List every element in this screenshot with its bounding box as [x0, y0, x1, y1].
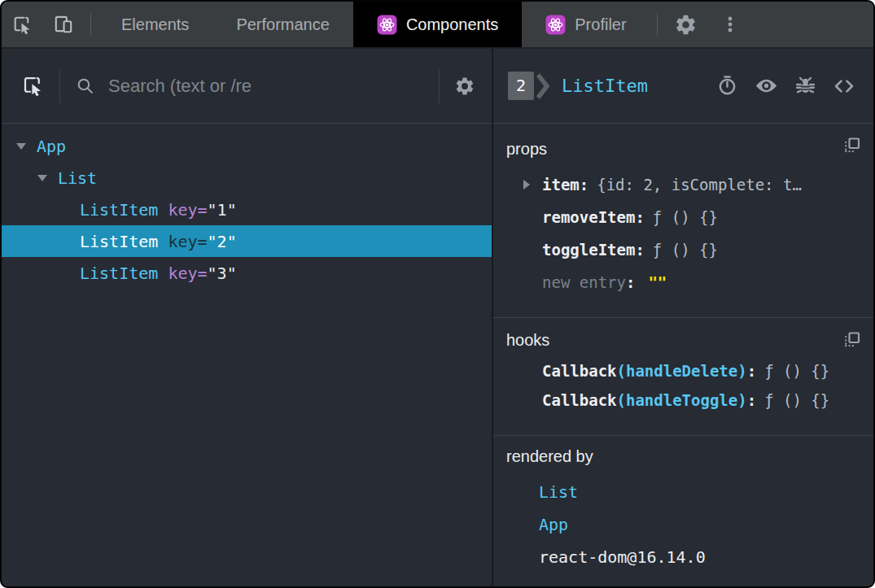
- props-section: props item:{id: 2, isComplete: t… remove…: [493, 124, 873, 318]
- hook-row-handletoggle[interactable]: Callback(handleToggle):ƒ () {}: [506, 385, 860, 415]
- tab-components[interactable]: Components: [353, 2, 522, 47]
- expand-arrow-icon[interactable]: [37, 175, 47, 181]
- tree-node-listitem-3[interactable]: ListItem key="3": [2, 257, 492, 289]
- tab-label: Elements: [121, 15, 189, 34]
- prop-row-new-entry[interactable]: new entry:"": [506, 266, 860, 298]
- hook-colon: :: [747, 391, 756, 409]
- collapsed-arrow-icon[interactable]: [523, 180, 530, 189]
- hook-name: Callback: [542, 391, 617, 409]
- inspector-header: 2 ListItem: [493, 49, 873, 124]
- search-icon: [75, 76, 95, 96]
- tab-performance[interactable]: Performance: [212, 2, 353, 47]
- component-tree-pane: App List ListItem key="1" ListItem key="…: [2, 49, 493, 586]
- prop-name: item: [542, 176, 580, 194]
- owner-renderer-version: react-dom@16.14.0: [506, 541, 860, 573]
- section-title: props: [506, 140, 860, 159]
- tab-elements[interactable]: Elements: [98, 2, 212, 47]
- owner-link-app[interactable]: App: [506, 508, 860, 541]
- renderer-name: react-dom@16.14.0: [539, 547, 706, 567]
- tree-node-listitem-1[interactable]: ListItem key="1": [2, 194, 492, 225]
- select-element-icon[interactable]: [21, 74, 45, 98]
- inspect-element-icon[interactable]: [2, 2, 43, 47]
- tab-label: Components: [406, 15, 498, 34]
- hooks-section: hooks Callback(handleDelete):ƒ () {} Cal…: [493, 318, 873, 436]
- key-value: "3": [208, 264, 237, 283]
- new-entry-name[interactable]: new entry: [542, 273, 626, 291]
- owner-name: List: [539, 482, 578, 502]
- tab-profiler[interactable]: Profiler: [522, 2, 650, 47]
- prop-name: removeItem: [542, 208, 635, 226]
- hook-name: Callback: [542, 362, 617, 380]
- rendered-by-section: rendered by List App react-dom@16.14.0: [493, 436, 873, 586]
- prop-colon: :: [580, 176, 588, 194]
- log-to-console-bug-icon[interactable]: [794, 75, 816, 97]
- copy-props-icon[interactable]: [842, 137, 862, 159]
- section-title: rendered by: [506, 447, 860, 466]
- react-logo-icon: [545, 15, 566, 35]
- component-tree: App List ListItem key="1" ListItem key="…: [2, 124, 492, 586]
- expand-arrow-icon[interactable]: [16, 143, 26, 150]
- key-value: "2": [208, 232, 237, 251]
- hook-value: ƒ () {}: [764, 391, 829, 409]
- devtools-tab-bar: Elements Performance Components Profiler: [2, 2, 873, 49]
- component-name: ListItem: [80, 264, 158, 283]
- tab-label: Profiler: [575, 15, 626, 34]
- prop-name: toggleItem: [542, 241, 635, 259]
- hook-function-name: (handleDelete): [617, 362, 747, 380]
- more-options-icon[interactable]: [707, 2, 753, 47]
- tree-toolbar: [2, 49, 492, 124]
- key-value: "1": [208, 200, 237, 220]
- selected-component-name: ListItem: [562, 76, 700, 96]
- prop-value: ƒ () {}: [653, 241, 718, 259]
- component-name: List: [58, 168, 97, 188]
- chevron-right-icon: [536, 72, 550, 101]
- selected-index-badge: 2: [508, 72, 534, 100]
- prop-colon: :: [626, 273, 635, 291]
- tree-node-listitem-2-selected[interactable]: ListItem key="2": [2, 225, 492, 257]
- inspect-dom-eye-icon[interactable]: [755, 74, 778, 98]
- component-name: ListItem: [80, 200, 158, 220]
- divider: [59, 69, 60, 103]
- prop-value: ƒ () {}: [653, 208, 718, 226]
- view-source-code-icon[interactable]: [833, 75, 855, 98]
- key-attribute: key=: [168, 200, 207, 220]
- tab-label: Performance: [236, 15, 330, 34]
- divider: [657, 13, 658, 36]
- component-name: ListItem: [80, 232, 158, 251]
- prop-value: {id: 2, isComplete: t…: [597, 176, 802, 194]
- new-entry-value[interactable]: "": [648, 273, 667, 291]
- key-attribute: key=: [168, 232, 207, 251]
- key-attribute: key=: [168, 264, 207, 283]
- copy-hooks-icon[interactable]: [842, 331, 862, 353]
- suspense-stopwatch-icon[interactable]: [716, 75, 738, 97]
- components-panel: App List ListItem key="1" ListItem key="…: [2, 49, 873, 586]
- divider: [439, 69, 440, 103]
- hook-value: ƒ () {}: [764, 362, 829, 380]
- prop-row-toggleitem[interactable]: toggleItem:ƒ () {}: [506, 233, 860, 266]
- owner-link-list[interactable]: List: [506, 476, 860, 508]
- hook-row-handledelete[interactable]: Callback(handleDelete):ƒ () {}: [506, 356, 860, 385]
- tree-node-list[interactable]: List: [2, 162, 492, 194]
- devtools-window: Elements Performance Components Profiler: [0, 0, 875, 588]
- prop-row-item[interactable]: item:{id: 2, isComplete: t…: [506, 168, 860, 201]
- hook-colon: :: [747, 362, 756, 380]
- component-inspector-pane: 2 ListItem props: [493, 49, 873, 586]
- tree-node-app[interactable]: App: [2, 130, 492, 162]
- react-logo-icon: [377, 15, 397, 35]
- prop-row-removeitem[interactable]: removeItem:ƒ () {}: [506, 201, 860, 233]
- prop-colon: :: [635, 241, 644, 259]
- hook-function-name: (handleToggle): [617, 391, 747, 409]
- search-input[interactable]: [108, 76, 424, 97]
- divider: [90, 13, 91, 36]
- owner-name: App: [539, 515, 568, 534]
- prop-colon: :: [635, 208, 644, 226]
- section-title: hooks: [506, 331, 860, 350]
- device-toolbar-icon[interactable]: [43, 2, 84, 47]
- settings-gear-icon[interactable]: [664, 2, 707, 47]
- tree-settings-gear-icon[interactable]: [454, 76, 475, 97]
- component-name: App: [37, 137, 66, 156]
